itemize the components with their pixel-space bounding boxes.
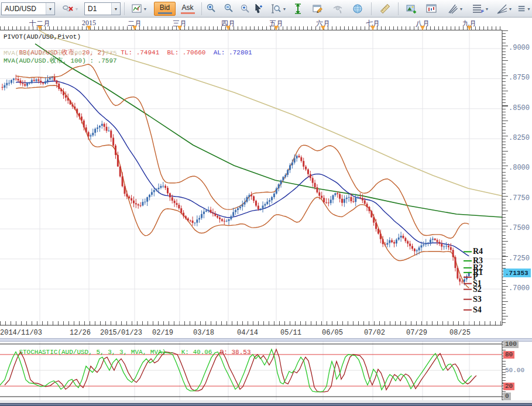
unlink-symbol-button[interactable]: ▼ [59,2,82,16]
pitchfork-tool-button[interactable]: ▼ [444,2,467,16]
date-label: 2015/01/23 [100,329,142,337]
main-chart-area[interactable] [0,30,502,325]
zoom-selection-icon [240,4,250,14]
chart-window-icon [426,4,437,14]
toolbar-separator [398,2,399,15]
hide-indicator-button[interactable] [330,2,345,16]
date-label: 2014/11/03 [0,329,42,337]
pointer-cursor-icon [254,4,263,14]
objects-list-button[interactable]: ▼ [517,2,531,16]
stoch-level-0: 0 [503,393,511,400]
price-label: .9000 [509,44,530,52]
month-marker-triangle [467,26,472,30]
chevron-down-icon: ▼ [459,7,464,11]
stoch-level-20: 20 [503,383,514,390]
month-marker-triangle [132,26,137,30]
globe-icon [352,4,363,14]
menu-lines-icon [518,4,526,13]
toolbar-separator [124,2,125,15]
legend-bb-al: AL: .72801 [214,49,252,56]
zoom-in-icon [206,4,217,14]
ask-button[interactable]: Ask [177,2,198,16]
chevron-down-icon: ▼ [143,7,147,11]
month-marker-triangle [420,26,425,30]
pivot-label-r4: R4 [473,247,483,256]
pivot-label-s4: S4 [473,305,482,314]
chart-window-button[interactable] [424,2,439,16]
zoom-out-button[interactable] [221,2,236,16]
date-label: 05/11 [280,329,301,337]
chevron-down-icon: ▼ [283,7,287,11]
edit-window-button[interactable] [310,2,325,16]
price-label: .7250 [509,254,530,263]
ask-label: Ask [181,4,193,12]
chevron-down-icon: ▼ [509,7,513,11]
chevron-down-icon: ▼ [527,7,531,11]
trend-fan-icon [497,4,507,14]
fibonacci-tool-button[interactable]: F ▼ [468,2,493,16]
legend-mva100: MVA(AUD/USD.收市, 100) : .7597 [4,56,117,65]
date-label: 04/14 [237,329,258,337]
chevron-down-icon[interactable]: ▼ [111,3,120,15]
trendline-fan-button[interactable]: ▼ [493,2,516,16]
zoom-range-button[interactable]: ▼ [267,2,290,16]
zoom-out-icon [224,4,234,14]
vertical-scale-icon [293,4,303,14]
toolbar-separator [371,2,372,15]
toolbar-separator [201,2,202,15]
month-marker-triangle [370,26,375,30]
stoch-k-value: K: 40.06 [181,349,212,356]
stoch-level-100: 100 [503,340,519,348]
legend-bb-tl: TL: .74941 [121,49,159,56]
save-image-button[interactable] [404,2,419,16]
stoch-level-50: 50.00 [503,367,526,374]
date-label: 07/29 [406,329,427,337]
month-marker-triangle [226,26,231,30]
price-label: .7500 [509,224,530,232]
chevron-down-icon: ▼ [485,7,489,11]
bid-underline [158,12,172,14]
ruler-icon [379,3,391,15]
legend-pivot: PIVOT(AUD/USD,Pivot) [4,33,81,40]
zoom-selection-button[interactable] [238,2,253,16]
vertical-scale-button[interactable] [290,2,306,16]
month-marker-triangle [37,26,42,30]
chart-type-icon [132,4,142,14]
svg-text:F: F [481,9,484,14]
measure-button[interactable] [377,2,393,16]
edit-window-icon [313,4,323,14]
trading-app-window: AUD/USD ▼ ▼ D1 ▼ ▼ Bid [0,0,532,406]
date-label: 12/26 [70,329,91,337]
price-label: .7750 [509,194,530,202]
web-button[interactable] [350,2,365,16]
price-label: .8250 [509,134,530,142]
price-label: .8500 [509,104,530,112]
price-axis-major-ticks [502,30,508,325]
date-label: 06/05 [322,329,343,337]
broken-link-icon [62,4,74,14]
panel-splitter[interactable] [0,338,532,342]
timeframe-combo[interactable]: D1 ▼ [84,2,121,15]
current-price-badge: .71353 [503,269,531,277]
time-ruler[interactable]: 十二月 2015 二月 三月 四月 五月 六月 七月 八月 九月 [0,18,532,30]
zoom-range-icon [271,4,282,14]
fibonacci-levels-icon: F [472,4,484,14]
date-label: 07/02 [364,329,385,337]
price-label: .7000 [509,284,530,293]
month-marker-triangle [177,26,182,30]
pivot-label-s3: S3 [473,295,482,304]
eye-icon [332,4,343,13]
date-label: 03/18 [193,329,214,337]
timeframe-value: D1 [85,5,111,13]
pitchfork-icon [448,4,458,14]
symbol-value: AUD/USD [2,5,46,13]
bid-button[interactable]: Bid [154,2,176,16]
zoom-in-button[interactable] [204,2,219,16]
pivot-label-s2: S2 [473,285,482,294]
month-marker-triangle [87,26,91,30]
pointer-tool-button[interactable] [252,2,266,16]
chart-type-button[interactable]: ▼ [128,2,151,16]
symbol-combo[interactable]: AUD/USD ▼ [1,2,55,15]
price-label: .8000 [509,164,530,172]
chevron-down-icon[interactable]: ▼ [46,3,54,15]
